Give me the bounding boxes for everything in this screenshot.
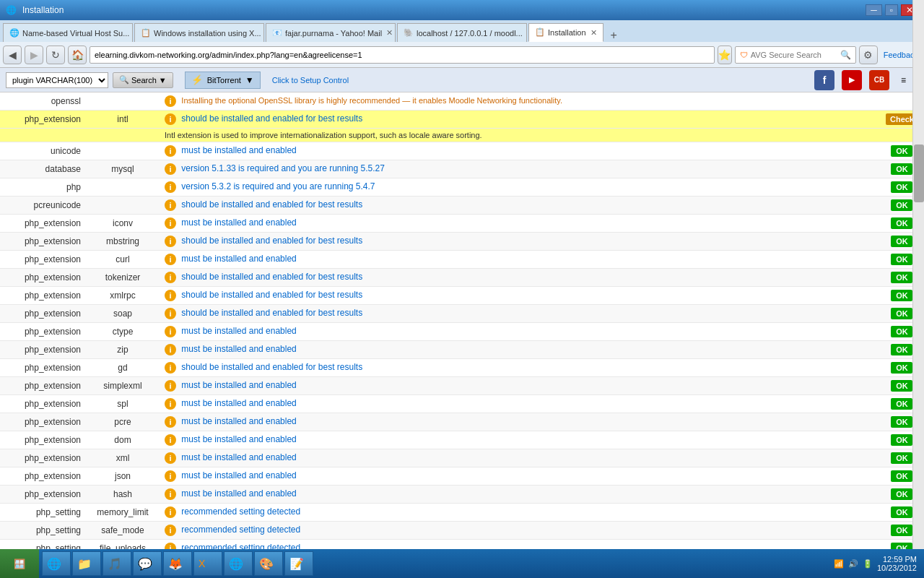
message-link[interactable]: version 5.3.2 is required and you are ru… bbox=[181, 181, 375, 191]
info-icon: i bbox=[165, 488, 176, 500]
scrollbar[interactable] bbox=[912, 0, 924, 549]
status-badge: OK bbox=[891, 380, 912, 392]
favorites-btn[interactable]: ⭐ bbox=[718, 46, 732, 64]
table-row: php_extension iconv i must be installed … bbox=[0, 215, 924, 233]
battery-icon: 🔋 bbox=[863, 559, 873, 569]
message-link[interactable]: must be installed and enabled bbox=[181, 344, 296, 354]
search-button[interactable]: 🔍 Search ▼ bbox=[113, 72, 173, 88]
status-badge: OK bbox=[891, 434, 912, 446]
message-link[interactable]: must be installed and enabled bbox=[181, 326, 296, 336]
click-setup[interactable]: Click to Setup Control bbox=[272, 76, 349, 85]
restore-btn[interactable]: ▫ bbox=[885, 4, 898, 16]
info-icon: i bbox=[165, 398, 176, 410]
tab-close-4[interactable]: ✕ bbox=[590, 28, 597, 38]
status-badge: OK bbox=[891, 470, 912, 482]
message-link[interactable]: must be installed and enabled bbox=[181, 254, 296, 264]
message-link[interactable]: must be installed and enabled bbox=[181, 452, 296, 462]
info-icon: i bbox=[165, 326, 176, 337]
address-bar[interactable] bbox=[90, 46, 715, 64]
message-link[interactable]: must be installed and enabled bbox=[181, 416, 296, 426]
avg-icon: 🛡 bbox=[740, 51, 748, 59]
avg-search-input[interactable] bbox=[751, 51, 837, 59]
message-link[interactable]: should be installed and enabled for best… bbox=[181, 113, 362, 124]
clock[interactable]: 12:59 PM 10/23/2012 bbox=[877, 555, 917, 572]
message-link[interactable]: should be installed and enabled for best… bbox=[181, 362, 362, 372]
message-link[interactable]: must be installed and enabled bbox=[181, 217, 296, 228]
volume-icon: 🔊 bbox=[848, 559, 858, 569]
bittorrent-dropdown[interactable]: ▼ bbox=[245, 75, 254, 85]
status-badge: OK bbox=[891, 163, 912, 175]
tab-close-2[interactable]: ✕ bbox=[386, 28, 393, 38]
tab-1[interactable]: 📋 Windows installation using X... ✕ bbox=[134, 23, 264, 42]
status-badge: OK bbox=[891, 362, 912, 374]
table-row: php_setting memory_limit i recommended s… bbox=[0, 504, 924, 522]
tools-btn[interactable]: ⚙ bbox=[859, 46, 878, 64]
taskbar: 🪟 🌐 📁 🎵 💬 🦊 X 🌐 🎨 📝 📶 🔊 🔋 12:59 PM 10/23… bbox=[0, 549, 924, 578]
taskbar-notepad[interactable]: 📝 bbox=[284, 551, 313, 576]
message-link[interactable]: should be installed and enabled for best… bbox=[181, 236, 362, 246]
tab-4[interactable]: 📋 Installation ✕ bbox=[528, 23, 603, 42]
forward-btn[interactable]: ▶ bbox=[25, 46, 43, 64]
table-row: php_extension soap i should be installed… bbox=[0, 305, 924, 323]
row-message: i should be installed and enabled for be… bbox=[159, 111, 880, 129]
back-btn[interactable]: ◀ bbox=[3, 46, 22, 64]
message-link[interactable]: must be installed and enabled bbox=[181, 145, 296, 155]
info-icon: i bbox=[165, 290, 176, 301]
minimize-btn[interactable]: ─ bbox=[866, 4, 882, 16]
start-button[interactable]: 🪟 bbox=[0, 549, 39, 578]
taskbar-network[interactable]: 🌐 bbox=[224, 551, 253, 576]
message-link[interactable]: must be installed and enabled bbox=[181, 488, 296, 499]
date: 10/23/2012 bbox=[877, 564, 917, 572]
table-row: php_extension xmlrpc i should be install… bbox=[0, 287, 924, 305]
message-link[interactable]: must be installed and enabled bbox=[181, 380, 296, 390]
table-row: php_extension pcre i must be installed a… bbox=[0, 413, 924, 431]
status-badge: OK bbox=[891, 272, 912, 283]
message-link[interactable]: recommended setting detected bbox=[181, 525, 300, 535]
intl-description: Intl extension is used to improve intern… bbox=[159, 129, 924, 142]
info-icon: i bbox=[165, 254, 176, 265]
home-btn[interactable]: 🏠 bbox=[68, 46, 87, 64]
table-row: php_setting safe_mode i recommended sett… bbox=[0, 522, 924, 540]
window-title: Installation bbox=[22, 5, 64, 15]
taskbar-paint[interactable]: 🎨 bbox=[254, 551, 283, 576]
avg-search-btn[interactable]: 🔍 bbox=[840, 50, 851, 60]
message-link[interactable]: should be installed and enabled for best… bbox=[181, 199, 362, 210]
status-badge: OK bbox=[891, 236, 912, 247]
plugin-select[interactable]: plugin VARCHAR(100) bbox=[6, 72, 108, 88]
scrollbar-thumb[interactable] bbox=[914, 144, 924, 202]
tab-2[interactable]: 📧 fajar.purnama - Yahoo! Mail ✕ bbox=[266, 23, 396, 42]
taskbar-xampp[interactable]: X bbox=[193, 551, 222, 576]
table-row: php_extension gd i should be installed a… bbox=[0, 359, 924, 377]
taskbar-explorer[interactable]: 📁 bbox=[72, 551, 101, 576]
message-link[interactable]: must be installed and enabled bbox=[181, 434, 296, 444]
table-row: unicode i must be installed and enabled … bbox=[0, 142, 924, 160]
message-link[interactable]: version 5.1.33 is required and you are r… bbox=[181, 163, 385, 173]
facebook-icon[interactable]: f bbox=[814, 70, 834, 90]
message-link[interactable]: must be installed and enabled bbox=[181, 398, 296, 408]
message-link[interactable]: recommended setting detected bbox=[181, 543, 300, 549]
taskbar-firefox[interactable]: 🦊 bbox=[163, 551, 192, 576]
taskbar-ie[interactable]: 🌐 bbox=[42, 551, 71, 576]
status-badge: OK bbox=[891, 254, 912, 265]
cb-icon[interactable]: CB bbox=[869, 70, 889, 90]
status-badge: OK bbox=[891, 181, 912, 193]
tab-favicon-2: 📧 bbox=[272, 28, 282, 38]
refresh-btn[interactable]: ↻ bbox=[46, 46, 65, 64]
table-row: php_extension spl i must be installed an… bbox=[0, 395, 924, 413]
tab-0[interactable]: 🌐 Name-based Virtual Host Su... ✕ bbox=[3, 23, 133, 42]
taskbar-skype[interactable]: 💬 bbox=[133, 551, 162, 576]
tab-3[interactable]: 🐘 localhost / 127.0.0.1 / moodl... ✕ bbox=[397, 23, 527, 42]
message-link[interactable]: should be installed and enabled for best… bbox=[181, 272, 362, 282]
openssl-type: openssl bbox=[0, 92, 87, 111]
info-icon: i bbox=[165, 470, 176, 482]
taskbar-media[interactable]: 🎵 bbox=[103, 551, 131, 576]
message-link[interactable]: should be installed and enabled for best… bbox=[181, 290, 362, 300]
message-link[interactable]: recommended setting detected bbox=[181, 506, 300, 517]
new-tab-btn[interactable]: + bbox=[605, 29, 623, 42]
info-icon: i bbox=[165, 272, 176, 283]
tab-bar: 🌐 Name-based Virtual Host Su... ✕ 📋 Wind… bbox=[0, 20, 924, 42]
toolbar-expand[interactable]: ≡ bbox=[901, 75, 906, 85]
message-link[interactable]: must be installed and enabled bbox=[181, 470, 296, 480]
message-link[interactable]: should be installed and enabled for best… bbox=[181, 308, 362, 318]
youtube-icon[interactable]: ▶ bbox=[842, 70, 862, 90]
